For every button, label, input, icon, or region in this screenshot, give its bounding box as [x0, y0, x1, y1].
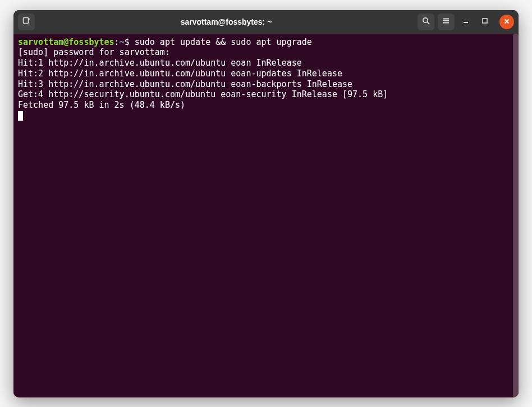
output-line: Hit:1 http://in.archive.ubuntu.com/ubunt… — [18, 58, 514, 68]
window-title: sarvottam@fossbytes: ~ — [38, 17, 414, 26]
close-icon — [503, 16, 510, 27]
maximize-button[interactable] — [477, 13, 493, 30]
menu-button[interactable] — [438, 13, 455, 30]
new-tab-button[interactable] — [18, 13, 35, 30]
output-line: Get:4 http://security.ubuntu.com/ubuntu … — [18, 89, 514, 100]
svg-point-1 — [423, 17, 428, 22]
new-tab-icon — [22, 16, 31, 28]
scrollbar-thumb[interactable] — [513, 34, 519, 397]
scrollbar[interactable] — [513, 34, 519, 397]
svg-rect-0 — [24, 17, 29, 23]
output-line: Fetched 97.5 kB in 2s (48.4 kB/s) — [18, 100, 514, 111]
prompt-dollar: $ — [125, 37, 135, 47]
search-button[interactable] — [418, 13, 434, 30]
output-line: [sudo] password for sarvottam: — [18, 47, 514, 58]
cursor-line — [18, 111, 514, 121]
prompt-path: ~ — [120, 37, 125, 47]
titlebar: sarvottam@fossbytes: ~ — [13, 10, 519, 34]
terminal-body[interactable]: sarvottam@fossbytes:~$ sudo apt update &… — [13, 34, 519, 397]
prompt-line: sarvottam@fossbytes:~$ sudo apt update &… — [18, 37, 514, 48]
svg-rect-7 — [483, 19, 487, 23]
prompt-colon: : — [114, 37, 120, 47]
minimize-button[interactable] — [458, 13, 474, 30]
minimize-icon — [461, 16, 470, 28]
output-line: Hit:2 http://in.archive.ubuntu.com/ubunt… — [18, 68, 514, 79]
output-line: Hit:3 http://in.archive.ubuntu.com/ubunt… — [18, 79, 514, 90]
close-button[interactable] — [499, 15, 514, 29]
maximize-icon — [480, 16, 489, 28]
prompt-user-host: sarvottam@fossbytes — [18, 37, 114, 47]
terminal-window: sarvottam@fossbytes: ~ — [13, 10, 519, 397]
search-icon — [421, 16, 430, 28]
svg-line-2 — [427, 22, 429, 24]
hamburger-icon — [442, 16, 451, 28]
titlebar-right — [418, 13, 514, 30]
command-text: sudo apt update && sudo apt upgrade — [135, 37, 312, 47]
titlebar-left — [18, 13, 35, 30]
cursor-block — [18, 111, 23, 121]
